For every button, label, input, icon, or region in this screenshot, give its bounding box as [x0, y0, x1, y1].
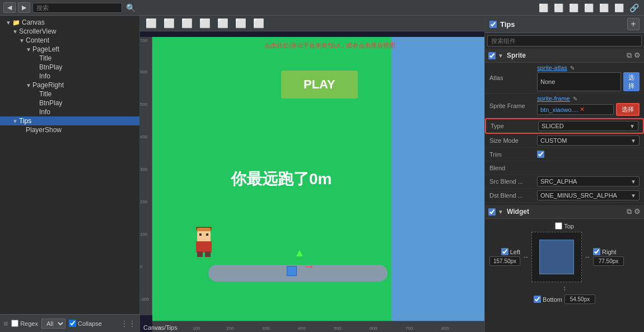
- tool-icon-4[interactable]: ⬜: [582, 2, 595, 13]
- atlas-value-input[interactable]: [537, 72, 621, 91]
- svg-rect-3: [199, 233, 202, 236]
- widget-copy-icon[interactable]: ⧉: [627, 207, 632, 216]
- ruler-tick-400: 400: [140, 134, 147, 139]
- rotate-icon[interactable]: ⬜: [161, 17, 177, 30]
- widget-section: ▼ Widget ⧉ ⚙ Top: [485, 205, 644, 307]
- search-icon[interactable]: 🔍: [124, 2, 137, 13]
- widget-right-value[interactable]: [593, 256, 624, 266]
- sprite-frame-clear-icon[interactable]: ✕: [580, 106, 585, 113]
- ruler-tick-0: 0: [140, 264, 142, 269]
- widget-right-label[interactable]: Right: [593, 248, 617, 255]
- scene-tree: ▼ 📁 Canvas ▼ ScrollerView ▼ Content ▼ Pa…: [0, 16, 139, 314]
- tool-icon-3[interactable]: ⬜: [567, 2, 580, 13]
- scene-content[interactable]: 点击此处/滚动平台来查找UI，或者点击播放视图 PLAY 你最远跑了0m: [152, 37, 484, 321]
- widget-top-label[interactable]: Top: [555, 222, 574, 230]
- sprite-copy-icon[interactable]: ⧉: [627, 51, 632, 60]
- regex-checkbox[interactable]: [11, 320, 18, 327]
- tree-item-title2[interactable]: Title: [0, 90, 139, 99]
- link-icon[interactable]: 🔗: [628, 2, 641, 13]
- sprite-section-actions: ⧉ ⚙: [627, 51, 641, 60]
- widget-left-value[interactable]: [489, 256, 520, 266]
- srcblend-prop-row: Src Blend ... SRC_ALPHA ▼: [485, 175, 644, 189]
- widget-bottom-value[interactable]: [564, 294, 595, 304]
- tree-item-pageleft[interactable]: ▼ PageLeft: [0, 45, 139, 54]
- type-dropdown[interactable]: SLICED ▼: [538, 121, 638, 131]
- tool-icon-5[interactable]: ⬜: [598, 2, 610, 13]
- widget-top-checkbox[interactable]: [555, 222, 562, 230]
- filter-dropdown[interactable]: All: [41, 319, 66, 329]
- widget-grid: Top Left ↔: [485, 219, 644, 307]
- tips-enabled-checkbox[interactable]: [489, 21, 497, 28]
- widget-right-checkbox[interactable]: [593, 248, 600, 255]
- svg-rect-2: [197, 231, 211, 242]
- tree-item-tips[interactable]: ▼ Tips: [0, 116, 139, 125]
- drag-handle-icon: ⋮⋮: [120, 319, 136, 328]
- anchor-icon[interactable]: ⬜: [215, 17, 231, 30]
- widget-left-label[interactable]: Left: [501, 248, 520, 255]
- sprite-frame-browse-btn[interactable]: 选择: [616, 103, 640, 116]
- srcblend-dropdown[interactable]: SRC_ALPHA ▼: [537, 176, 640, 186]
- play-button-scene[interactable]: PLAY: [281, 71, 358, 99]
- widget-settings-icon[interactable]: ⚙: [634, 207, 641, 216]
- left-panel: ▼ 📁 Canvas ▼ ScrollerView ▼ Content ▼ Pa…: [0, 16, 140, 332]
- tool-icon-2[interactable]: ⬜: [552, 2, 565, 13]
- collapse-label[interactable]: Collapse: [69, 320, 102, 327]
- ruler-tick-500: 500: [140, 102, 147, 107]
- tool-icon-6[interactable]: ⬜: [613, 2, 626, 13]
- right-panel-title: Tips: [500, 20, 624, 29]
- type-dropdown-arrow: ▼: [629, 123, 635, 129]
- tree-label: Info: [39, 72, 50, 80]
- forward-btn[interactable]: ▶: [18, 2, 30, 13]
- atlas-prop-row: Atlas sprite-atlas ✎ 选择: [485, 63, 644, 93]
- svg-rect-4: [206, 233, 208, 236]
- extra-icon1[interactable]: ⬜: [233, 17, 249, 30]
- sprite-frame-link[interactable]: sprite-frame: [537, 95, 570, 102]
- component-search-input[interactable]: [487, 35, 642, 46]
- tree-item-btnplay2[interactable]: BtnPlay: [0, 99, 139, 107]
- sprite-section-header[interactable]: ▼ Sprite ⧉ ⚙: [485, 49, 644, 63]
- tree-item-content[interactable]: ▼ Content: [0, 36, 139, 45]
- trim-checkbox[interactable]: [537, 151, 544, 158]
- extra-icon2[interactable]: ⬜: [251, 17, 267, 30]
- sprite-section-arrow: ▼: [498, 53, 505, 59]
- tree-item-title1[interactable]: Title: [0, 54, 139, 63]
- widget-enabled-checkbox[interactable]: [488, 208, 496, 216]
- tree-item-info2[interactable]: Info: [0, 107, 139, 116]
- widget-left-checkbox[interactable]: [501, 248, 508, 255]
- regex-label[interactable]: Regex: [11, 320, 38, 327]
- tree-item-playershow[interactable]: PlayerShow: [0, 125, 139, 134]
- tree-label: BtnPlay: [39, 63, 62, 71]
- atlas-link[interactable]: sprite-atlas: [537, 64, 567, 71]
- move-icon[interactable]: ⬜: [143, 17, 159, 30]
- widget-bottom-checkbox[interactable]: [534, 296, 541, 303]
- tree-item-info1[interactable]: Info: [0, 72, 139, 81]
- trim-value: [537, 151, 640, 158]
- tree-item-canvas[interactable]: ▼ 📁 Canvas: [0, 18, 139, 27]
- collapse-checkbox[interactable]: [69, 320, 76, 327]
- sprite-frame-value-link[interactable]: btn_xiaowo.... ✕: [537, 104, 614, 115]
- sprite-enabled-checkbox[interactable]: [488, 52, 496, 59]
- chinese-score-text: 你最远跑了0m: [231, 169, 332, 190]
- scale-icon[interactable]: ⬜: [179, 17, 195, 30]
- sizemode-prop-row: Size Mode CUSTOM ▼: [485, 134, 644, 148]
- search-input[interactable]: [32, 3, 122, 13]
- tree-item-btnplay1[interactable]: BtnPlay: [0, 63, 139, 72]
- dstblend-dropdown[interactable]: ONE_MINUS_SRC_ALPHA ▼: [537, 190, 640, 200]
- atlas-browse-btn[interactable]: 选择: [623, 72, 640, 91]
- menu-handle-icon[interactable]: ≡: [3, 319, 8, 328]
- back-btn[interactable]: ◀: [3, 2, 16, 13]
- tree-item-pageright[interactable]: ▼ PageRight: [0, 81, 139, 90]
- widget-bottom-label[interactable]: Bottom: [534, 296, 562, 303]
- add-component-btn[interactable]: +: [627, 18, 640, 30]
- tool-icon-1[interactable]: ⬜: [537, 2, 550, 13]
- ruler-bottom-800: 800: [441, 326, 449, 331]
- tree-item-scrollerview[interactable]: ▼ ScrollerView: [0, 27, 139, 36]
- type-prop-row: Type SLICED ▼: [485, 118, 644, 134]
- sizemode-dropdown[interactable]: CUSTOM ▼: [537, 135, 640, 146]
- sprite-settings-icon[interactable]: ⚙: [634, 51, 641, 60]
- ruler-tick-200: 200: [140, 199, 147, 204]
- rect-icon[interactable]: ⬜: [197, 17, 213, 30]
- widget-section-header[interactable]: ▼ Widget ⧉ ⚙: [485, 205, 644, 219]
- sprite-section-title: Sprite: [507, 52, 624, 59]
- atlas-label: Atlas: [489, 74, 537, 81]
